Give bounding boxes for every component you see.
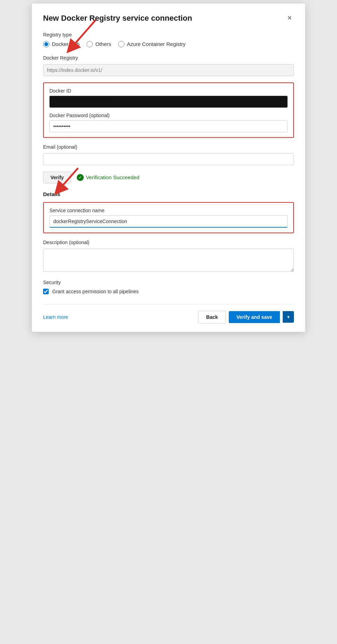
registry-type-radio-group: Docker Hub Others Azure Container Regist…	[43, 41, 294, 47]
footer-buttons: Back Verify and save ▾	[198, 311, 294, 323]
description-input[interactable]	[43, 249, 294, 272]
registry-type-section: Registry type Docker Hub Others Azure Co…	[43, 32, 294, 47]
docker-password-field: Docker Password (optional)	[49, 113, 288, 132]
verify-save-dropdown-button[interactable]: ▾	[283, 311, 294, 323]
registry-type-label: Registry type	[43, 32, 294, 38]
radio-docker-hub-input[interactable]	[43, 41, 49, 47]
service-name-input[interactable]	[49, 215, 288, 228]
radio-others-input[interactable]	[87, 41, 93, 47]
radio-others[interactable]: Others	[87, 41, 111, 47]
new-docker-registry-dialog: New Docker Registry service connection ×…	[32, 4, 305, 332]
service-name-label: Service connection name	[49, 208, 288, 213]
radio-others-label: Others	[95, 41, 111, 47]
docker-registry-input[interactable]	[43, 64, 294, 76]
grant-access-checkbox-row[interactable]: Grant access permission to all pipelines	[43, 289, 294, 294]
service-name-section: Service connection name	[43, 202, 294, 233]
dialog-title: New Docker Registry service connection	[43, 13, 192, 24]
docker-password-input[interactable]	[49, 120, 288, 132]
docker-registry-label: Docker Registry	[43, 55, 294, 61]
radio-azure-container[interactable]: Azure Container Registry	[118, 41, 186, 47]
verify-button[interactable]: Verify	[43, 172, 71, 183]
description-section: Description (optional)	[43, 240, 294, 273]
grant-access-checkbox[interactable]	[43, 289, 49, 294]
verification-status: ✓ Verification Succeeded	[77, 174, 139, 181]
verify-and-save-button[interactable]: Verify and save	[229, 311, 280, 323]
dialog-footer: Learn more Back Verify and save ▾	[43, 304, 294, 323]
docker-password-label: Docker Password (optional)	[49, 113, 288, 118]
close-button[interactable]: ×	[285, 13, 294, 22]
radio-azure-container-label: Azure Container Registry	[127, 41, 186, 47]
learn-more-link[interactable]: Learn more	[43, 314, 68, 320]
details-heading: Details	[43, 191, 294, 197]
docker-id-label: Docker ID	[49, 88, 288, 94]
docker-id-input[interactable]	[49, 96, 288, 108]
description-label: Description (optional)	[43, 240, 294, 245]
back-button[interactable]: Back	[198, 311, 226, 323]
docker-registry-section: Docker Registry	[43, 55, 294, 76]
check-icon: ✓	[77, 174, 84, 181]
dialog-header: New Docker Registry service connection ×	[43, 13, 294, 24]
security-section: Security Grant access permission to all …	[43, 280, 294, 294]
email-input[interactable]	[43, 153, 294, 165]
radio-docker-hub-label: Docker Hub	[52, 41, 80, 47]
docker-credentials-section: Docker ID Docker Password (optional)	[43, 82, 294, 138]
verification-text: Verification Succeeded	[86, 174, 139, 180]
security-label: Security	[43, 280, 294, 285]
radio-azure-container-input[interactable]	[118, 41, 124, 47]
email-label: Email (optional)	[43, 144, 294, 150]
grant-access-label: Grant access permission to all pipelines	[52, 289, 139, 294]
radio-docker-hub[interactable]: Docker Hub	[43, 41, 80, 47]
email-section: Email (optional)	[43, 144, 294, 165]
docker-id-field: Docker ID	[49, 88, 288, 108]
verify-row: Verify ✓ Verification Succeeded	[43, 172, 294, 183]
